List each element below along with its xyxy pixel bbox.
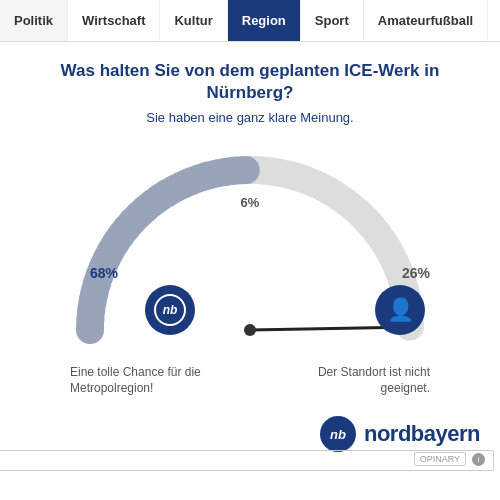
option-right-label: Der Standort ist nicht geeignet. [290,365,430,396]
nav-item-region[interactable]: Region [228,0,301,41]
person-symbol: 👤 [387,297,414,323]
opinary-label: OPINARY [414,452,466,466]
gauge-labels: Eine tolle Chance für die Metropolregion… [60,365,440,396]
nav-item-amateurfussball[interactable]: Amateurfußball [364,0,488,41]
nav-item-politik[interactable]: Politik [0,0,68,41]
pct-left-label: 68% [90,265,118,281]
option-left-label: Eine tolle Chance für die Metropolregion… [70,365,210,396]
pct-top-label: 6% [241,195,260,210]
opinary-badge: OPINARY i [0,450,494,471]
brand-name: nordbayern [364,421,480,447]
poll-question: Was halten Sie von dem geplanten ICE-Wer… [20,60,480,104]
nav-item-freizeit[interactable]: Freizeit & Events [488,0,500,41]
gauge-chart: nb 👤 68% 6% 26% [60,135,440,365]
pct-right-label: 26% [402,265,430,281]
opinary-info-icon[interactable]: i [472,453,485,466]
poll-subtitle: Sie haben eine ganz klare Meinung. [20,110,480,125]
nav-item-sport[interactable]: Sport [301,0,364,41]
nb-logo-icon-left[interactable]: nb [145,285,195,335]
nb-logo-symbol: nb [154,294,186,326]
nav-item-wirtschaft[interactable]: Wirtschaft [68,0,160,41]
brand-bar: nb nordbayern [0,406,500,456]
svg-point-1 [244,324,256,336]
brand-logo: nb [320,416,356,452]
nav-item-kultur[interactable]: Kultur [160,0,227,41]
poll-content: Was halten Sie von dem geplanten ICE-Wer… [0,42,500,406]
nav-bar: Politik Wirtschaft Kultur Region Sport A… [0,0,500,42]
person-icon-right[interactable]: 👤 [375,285,425,335]
